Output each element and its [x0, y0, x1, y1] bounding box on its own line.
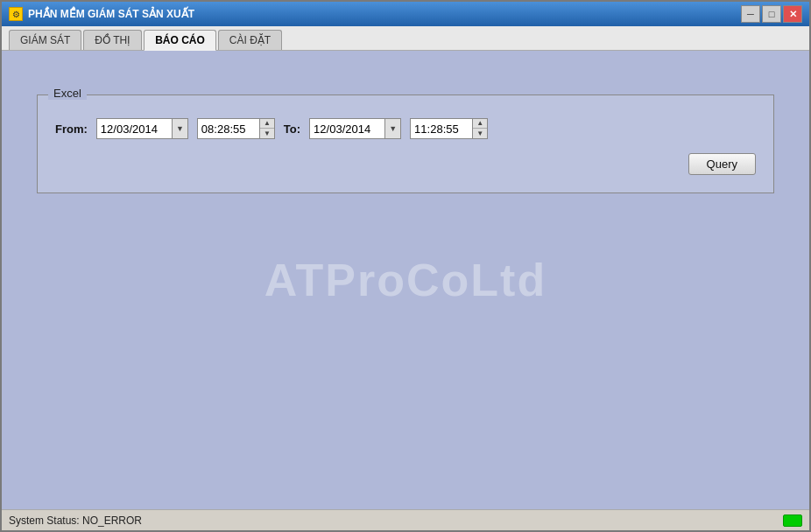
- tab-bar: GIÁM SÁT ĐỒ THỊ BÁO CÁO CÀI ĐẶT: [2, 26, 809, 51]
- tab-cai-dat[interactable]: CÀI ĐẶT: [218, 30, 282, 50]
- excel-group: Excel From: ▼ ▲ ▼ To:: [37, 94, 774, 193]
- close-button[interactable]: ✕: [783, 5, 802, 23]
- to-date-dropdown[interactable]: ▼: [384, 119, 400, 138]
- to-time-input[interactable]: [411, 119, 472, 138]
- main-window: ⚙ PHẦN MỀM GIÁM SÁT SẢN XUẤT ─ □ ✕ GIÁM …: [0, 0, 811, 532]
- from-date-dropdown[interactable]: ▼: [172, 119, 187, 138]
- tab-giam-sat[interactable]: GIÁM SÁT: [9, 30, 81, 50]
- from-date-wrapper: ▼: [96, 118, 188, 139]
- from-time-down[interactable]: ▼: [260, 129, 274, 138]
- form-row: From: ▼ ▲ ▼ To:: [55, 118, 756, 139]
- to-date-input[interactable]: [310, 119, 384, 138]
- status-text: System Status: NO_ERROR: [9, 514, 774, 527]
- to-time-wrapper: ▲ ▼: [410, 118, 488, 139]
- app-icon: ⚙: [9, 7, 23, 21]
- to-date-wrapper: ▼: [309, 118, 401, 139]
- query-button[interactable]: Query: [688, 153, 756, 175]
- to-time-up[interactable]: ▲: [473, 119, 487, 129]
- title-bar: ⚙ PHẦN MỀM GIÁM SÁT SẢN XUẤT ─ □ ✕: [2, 2, 809, 26]
- from-time-up[interactable]: ▲: [260, 119, 274, 129]
- watermark: ATProCoLtd: [264, 254, 547, 306]
- from-time-wrapper: ▲ ▼: [197, 118, 275, 139]
- from-time-spinner: ▲ ▼: [259, 119, 274, 138]
- to-time-spinner: ▲ ▼: [472, 119, 487, 138]
- status-bar: System Status: NO_ERROR: [2, 509, 809, 530]
- tab-bao-cao[interactable]: BÁO CÁO: [144, 30, 216, 51]
- maximize-button[interactable]: □: [762, 5, 781, 23]
- status-indicator: [783, 514, 802, 527]
- content-area: ATProCoLtd Excel From: ▼ ▲ ▼: [2, 51, 809, 509]
- from-time-input[interactable]: [198, 119, 259, 138]
- to-time-down[interactable]: ▼: [473, 129, 487, 138]
- window-title: PHẦN MỀM GIÁM SÁT SẢN XUẤT: [28, 8, 741, 20]
- tab-do-thi[interactable]: ĐỒ THỊ: [83, 30, 142, 50]
- excel-group-legend: Excel: [48, 87, 87, 100]
- from-label: From:: [55, 122, 88, 136]
- to-label: To:: [284, 122, 300, 136]
- button-row: Query: [55, 153, 756, 175]
- minimize-button[interactable]: ─: [741, 5, 760, 23]
- window-controls: ─ □ ✕: [741, 5, 802, 23]
- from-date-input[interactable]: [97, 119, 172, 138]
